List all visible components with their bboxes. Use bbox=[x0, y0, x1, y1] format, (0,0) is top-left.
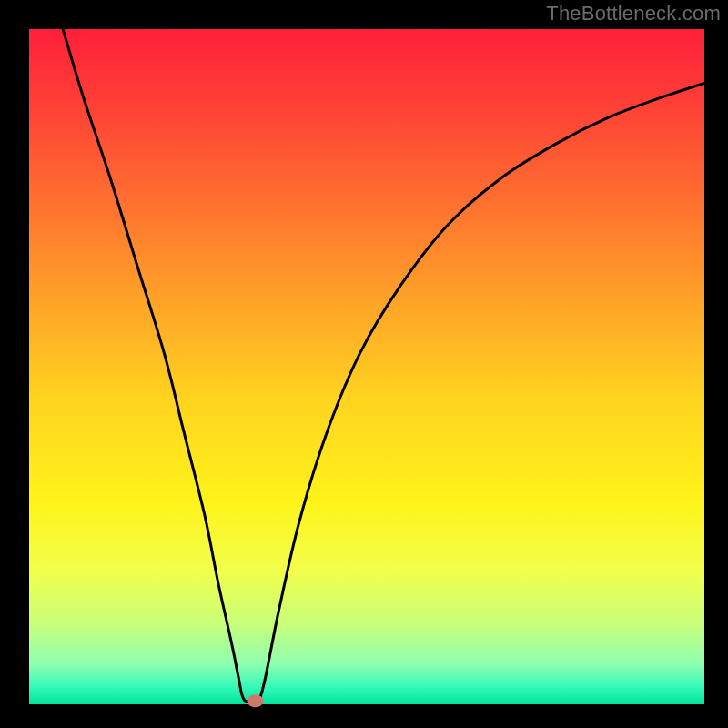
watermark-text: TheBottleneck.com bbox=[546, 2, 721, 25]
plot-background bbox=[29, 29, 704, 704]
bottleneck-chart bbox=[0, 0, 728, 728]
chart-frame: TheBottleneck.com bbox=[0, 0, 728, 728]
optimal-point-marker bbox=[248, 694, 264, 707]
